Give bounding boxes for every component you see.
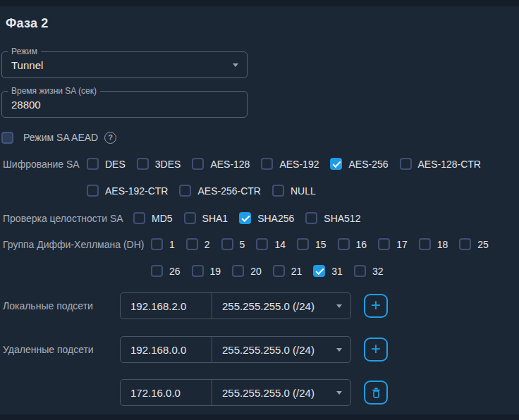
- checkbox[interactable]: [261, 158, 273, 170]
- dh-option-21[interactable]: 21: [273, 265, 303, 277]
- checkbox[interactable]: [338, 238, 350, 250]
- subnet-input-group: 255.255.255.0 (/24): [120, 292, 351, 319]
- mask-select-value: 255.255.255.0 (/24): [222, 300, 315, 312]
- dh-option-26[interactable]: 26: [151, 265, 181, 277]
- checkbox-label: SHA1: [202, 213, 228, 224]
- checkbox-label: 17: [396, 239, 408, 250]
- checkbox[interactable]: [419, 238, 431, 250]
- checkbox-label: MD5: [152, 213, 173, 224]
- integrity-option-sha256[interactable]: SHA256: [239, 212, 294, 224]
- checkbox-label: 26: [169, 266, 181, 277]
- dh-option-1[interactable]: 1: [151, 238, 175, 250]
- remote-subnet-row: Удаленные подсети 255.255.255.0 (/24) +: [3, 336, 519, 363]
- checkbox[interactable]: [151, 265, 163, 277]
- checkbox[interactable]: [305, 212, 317, 224]
- checkbox[interactable]: [459, 238, 471, 250]
- dh-option-25[interactable]: 25: [459, 238, 489, 250]
- add-local-subnet-button[interactable]: +: [364, 294, 388, 318]
- checkbox-label: 32: [372, 266, 384, 277]
- checkbox-label: AES-128: [210, 159, 250, 170]
- encryption-row: Шифрование SA DES 3DES AES-128 AES-192 A…: [0, 158, 519, 197]
- dh-option-16[interactable]: 16: [338, 238, 367, 250]
- checkbox[interactable]: [400, 158, 412, 170]
- dh-option-18[interactable]: 18: [419, 238, 448, 250]
- checkbox[interactable]: [133, 212, 145, 224]
- checkbox[interactable]: [192, 265, 204, 277]
- remote-subnet-mask-select[interactable]: 255.255.255.0 (/24): [212, 337, 350, 362]
- checkbox[interactable]: [272, 185, 284, 197]
- subnet-input-group: 255.255.255.0 (/24): [120, 336, 351, 363]
- dh-option-20[interactable]: 20: [232, 265, 262, 277]
- checkbox-label: AES-128-CTR: [418, 159, 481, 170]
- checkbox-label: 31: [331, 266, 343, 277]
- checkbox[interactable]: [256, 238, 268, 250]
- dh-group-options: 1 2 5 14 15 16 17 18 25 26 19 20 21 31 3…: [151, 238, 519, 277]
- encryption-option-des[interactable]: DES: [87, 158, 126, 170]
- checkbox[interactable]: [330, 158, 342, 170]
- checkbox[interactable]: [273, 265, 285, 277]
- checkbox-label: 3DES: [155, 159, 181, 170]
- chevron-down-icon: [336, 391, 342, 395]
- dh-option-2[interactable]: 2: [186, 238, 210, 250]
- remote-subnet-2-ip-input[interactable]: [121, 380, 212, 405]
- dh-option-14[interactable]: 14: [256, 238, 286, 250]
- help-icon[interactable]: ?: [104, 132, 116, 144]
- dh-option-5[interactable]: 5: [221, 238, 245, 250]
- delete-remote-subnet-button[interactable]: [364, 381, 388, 404]
- checkbox[interactable]: [179, 185, 191, 197]
- encryption-option-aes-192[interactable]: AES-192: [261, 158, 319, 170]
- checkbox[interactable]: [87, 158, 99, 170]
- checkbox-label: AES-256: [348, 159, 388, 170]
- add-remote-subnet-button[interactable]: +: [364, 338, 388, 362]
- checkbox-label: 1: [169, 239, 175, 250]
- chevron-down-icon: [336, 348, 342, 352]
- encryption-option-aes-192-ctr[interactable]: AES-192-CTR: [87, 185, 168, 197]
- encryption-option-3des[interactable]: 3DES: [137, 158, 181, 170]
- checkbox-label: 2: [204, 239, 210, 250]
- dh-option-32[interactable]: 32: [354, 265, 384, 277]
- local-subnet-mask-select[interactable]: 255.255.255.0 (/24): [212, 293, 350, 319]
- encryption-option-aes-256-ctr[interactable]: AES-256-CTR: [179, 185, 260, 197]
- checkbox[interactable]: [184, 212, 196, 224]
- aead-checkbox[interactable]: [1, 132, 13, 144]
- integrity-option-md5[interactable]: MD5: [133, 212, 173, 224]
- remote-subnet-2-mask-select[interactable]: 255.255.255.0 (/24): [212, 380, 350, 405]
- checkbox-label: 15: [315, 239, 326, 250]
- encryption-option-aes-128[interactable]: AES-128: [192, 158, 250, 170]
- integrity-option-sha512[interactable]: SHA512: [305, 212, 360, 224]
- checkbox[interactable]: [378, 238, 390, 250]
- chevron-down-icon: [336, 304, 342, 308]
- plus-icon: +: [371, 342, 381, 356]
- aead-row: Режим SA AEAD ?: [1, 131, 519, 144]
- checkbox[interactable]: [239, 212, 251, 224]
- local-subnet-row: Локальные подсети 255.255.255.0 (/24) +: [3, 292, 519, 319]
- dh-option-19[interactable]: 19: [192, 265, 221, 277]
- checkbox[interactable]: [137, 158, 149, 170]
- encryption-option-null[interactable]: NULL: [272, 185, 316, 197]
- remote-subnet-ip-input[interactable]: [121, 337, 212, 362]
- encryption-option-aes-128-ctr[interactable]: AES-128-CTR: [400, 158, 481, 170]
- trash-icon: [370, 386, 383, 400]
- local-subnet-label: Локальные подсети: [3, 300, 120, 311]
- encryption-option-aes-256[interactable]: AES-256: [330, 158, 388, 170]
- local-subnet-ip-input[interactable]: [121, 293, 212, 319]
- checkbox[interactable]: [313, 265, 325, 277]
- dh-option-31[interactable]: 31: [313, 265, 343, 277]
- dh-option-17[interactable]: 17: [378, 238, 408, 250]
- mode-select[interactable]: Режим Tunnel: [1, 51, 248, 78]
- chevron-down-icon: [233, 63, 238, 67]
- checkbox[interactable]: [297, 238, 309, 250]
- checkbox[interactable]: [354, 265, 366, 277]
- checkbox-label: 19: [210, 266, 221, 277]
- integrity-option-sha1[interactable]: SHA1: [184, 212, 228, 224]
- checkbox[interactable]: [186, 238, 198, 250]
- checkbox[interactable]: [232, 265, 244, 277]
- checkbox[interactable]: [192, 158, 204, 170]
- checkbox[interactable]: [151, 238, 163, 250]
- encryption-row-label: Шифрование SA: [3, 158, 87, 170]
- checkbox-label: 18: [437, 239, 448, 250]
- checkbox[interactable]: [221, 238, 233, 250]
- dh-option-15[interactable]: 15: [297, 238, 326, 250]
- integrity-options: MD5 SHA1 SHA256 SHA512: [133, 212, 519, 224]
- checkbox[interactable]: [87, 185, 99, 197]
